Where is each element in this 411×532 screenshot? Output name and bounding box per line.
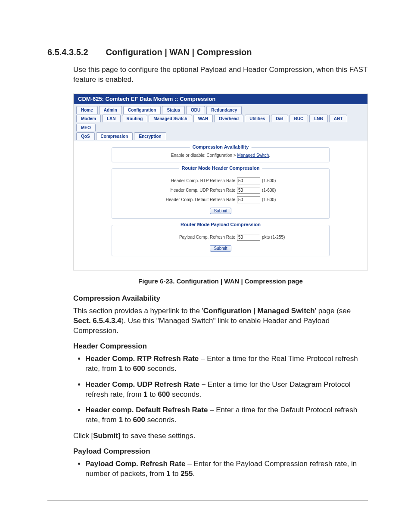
figure-caption: Figure 6-23. Configuration | WAN | Compr… [73, 277, 368, 285]
tab-row-1: HomeAdminConfigurationStatusODURedundanc… [76, 106, 365, 114]
list-item: Payload Comp. Refresh Rate – Enter for t… [85, 459, 368, 479]
document-page: 6.5.4.3.5.2 Configuration | WAN | Compre… [0, 0, 411, 527]
screenshot-panel: CDM-625: Comtech EF Data Modem :: Compre… [73, 93, 368, 271]
subheading-header-comp: Header Compression [73, 342, 368, 351]
tab-d-i[interactable]: D&I [271, 115, 288, 122]
availability-suffix: . [269, 153, 270, 158]
tab-lnb[interactable]: LNB [309, 115, 328, 122]
section-title: Configuration | WAN | Compression [106, 47, 252, 57]
form-row: Header Comp. RTP Refresh Rate(1-600) [117, 177, 324, 184]
tab-odu[interactable]: ODU [186, 106, 205, 114]
payload-refresh-input-0[interactable] [237, 234, 260, 241]
tab-managed-switch[interactable]: Managed Switch [149, 115, 192, 122]
tab-meo[interactable]: MEO [76, 124, 96, 131]
list-item: Header Comp. RTP Refresh Rate – Enter a … [85, 354, 368, 374]
subheading-payload-comp: Payload Compression [73, 447, 368, 456]
field-range: (1-600) [262, 178, 292, 183]
tab-configuration[interactable]: Configuration [123, 106, 161, 114]
submit-note: Click [Submit] to save these settings. [73, 431, 368, 441]
header-refresh-input-2[interactable] [237, 196, 260, 203]
footer-rule [47, 501, 368, 501]
section-heading: 6.5.4.3.5.2 Configuration | WAN | Compre… [47, 47, 368, 57]
tab-ant[interactable]: ANT [329, 115, 348, 122]
tab-status[interactable]: Status [162, 106, 185, 114]
subheading-availability: Compression Availability [73, 294, 368, 303]
tab-overhead[interactable]: Overhead [214, 115, 243, 122]
tab-compression[interactable]: Compression [96, 132, 133, 140]
header-comp-bullets: Header Comp. RTP Refresh Rate – Enter a … [73, 354, 368, 426]
tab-buc[interactable]: BUC [290, 115, 308, 122]
tab-admin[interactable]: Admin [99, 106, 122, 114]
window-title: CDM-625: Comtech EF Data Modem :: Compre… [74, 94, 367, 104]
managed-switch-link[interactable]: Managed Switch [237, 153, 269, 158]
submit-button[interactable]: Submit [210, 245, 231, 252]
availability-text: Enable or disable: Configuration > Manag… [117, 153, 324, 158]
list-item: Header comp. Default Refresh Rate – Ente… [85, 405, 368, 425]
tab-qos[interactable]: QoS [76, 132, 95, 140]
header-refresh-input-1[interactable] [237, 187, 260, 194]
header-refresh-input-0[interactable] [237, 177, 260, 184]
list-item: Header Comp. UDP Refresh Rate – Enter a … [85, 380, 368, 400]
section-number: 6.5.4.3.5.2 [47, 47, 103, 57]
tab-row-2: ModemLANRoutingManaged SwitchWANOverhead… [76, 115, 365, 131]
field-range: (1-600) [262, 188, 292, 193]
tab-encryption[interactable]: Encryption [134, 132, 166, 140]
tab-row-3: QoSCompressionEncryption [76, 132, 365, 140]
fieldset-legend: Router Mode Payload Compression [178, 222, 263, 227]
tab-utilities[interactable]: Utilities [245, 115, 270, 122]
form-row: Header Comp. Default Refresh Rate(1-600) [117, 196, 324, 203]
field-range: (1-600) [262, 197, 292, 202]
payload-comp-bullets: Payload Comp. Refresh Rate – Enter for t… [73, 459, 368, 479]
section-intro: Use this page to configure the optional … [73, 65, 368, 85]
form-row: Header Comp. UDP Refresh Rate(1-600) [117, 187, 324, 194]
tab-modem[interactable]: Modem [76, 115, 101, 122]
tab-routing[interactable]: Routing [122, 115, 148, 122]
submit-button[interactable]: Submit [210, 208, 231, 214]
fieldset-legend: Compression Availability [190, 144, 252, 149]
field-label: Header Comp. RTP Refresh Rate [149, 178, 235, 183]
tab-lan[interactable]: LAN [102, 115, 121, 122]
tab-bar: HomeAdminConfigurationStatusODURedundanc… [74, 104, 367, 141]
form-row: Payload Comp. Refresh Ratepkts (1-255) [117, 234, 324, 241]
fieldset-header-compression: Router Mode Header Compression Header Co… [112, 168, 330, 219]
tab-wan[interactable]: WAN [193, 115, 213, 122]
fieldset-payload-compression: Router Mode Payload Compression Payload … [112, 225, 330, 256]
panel-body: Compression Availability Enable or disab… [74, 141, 367, 270]
availability-prefix: Enable or disable: Configuration > [171, 153, 237, 158]
availability-paragraph: This section provides a hyperlink to the… [73, 306, 368, 336]
field-range: pkts (1-255) [262, 235, 292, 240]
field-label: Header Comp. Default Refresh Rate [149, 197, 235, 202]
field-label: Payload Comp. Refresh Rate [149, 235, 235, 240]
fieldset-legend: Router Mode Header Compression [179, 165, 262, 171]
fieldset-availability: Compression Availability Enable or disab… [112, 147, 330, 162]
tab-redundancy[interactable]: Redundancy [206, 106, 242, 114]
field-label: Header Comp. UDP Refresh Rate [149, 188, 235, 193]
tab-home[interactable]: Home [76, 106, 98, 114]
